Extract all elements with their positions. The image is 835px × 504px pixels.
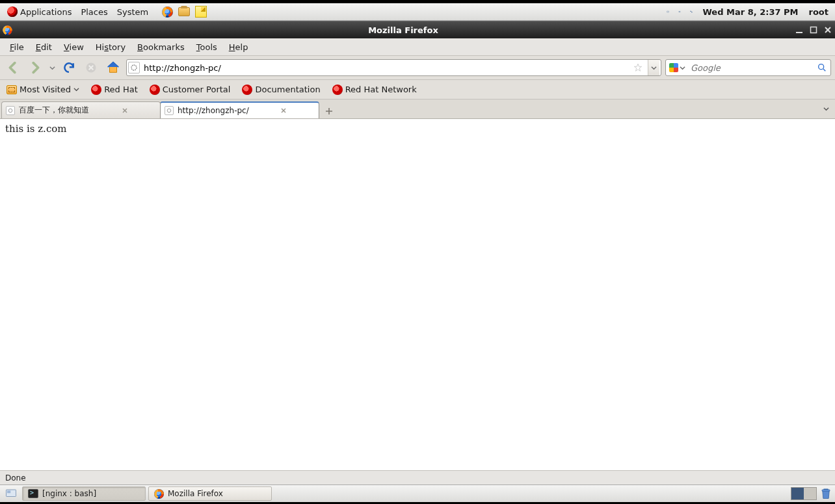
status-bar: Done bbox=[0, 470, 835, 484]
bookmark-documentation[interactable]: Documentation bbox=[239, 83, 323, 96]
most-visited-label: Most Visited bbox=[20, 85, 71, 94]
menu-view[interactable]: View bbox=[58, 40, 90, 54]
gnome-top-panel: Applications Places System Wed Mar 8, 2:… bbox=[0, 3, 835, 21]
bookmark-redhat[interactable]: Red Hat bbox=[88, 83, 140, 96]
task-nginx-bash[interactable]: [nginx : bash] bbox=[22, 486, 146, 501]
svg-rect-3 bbox=[796, 32, 802, 33]
task-label: [nginx : bash] bbox=[42, 489, 96, 498]
firefox-icon bbox=[154, 489, 164, 499]
terminal-icon bbox=[28, 489, 38, 498]
system-menu[interactable]: System bbox=[113, 3, 153, 20]
forward-button[interactable] bbox=[26, 59, 44, 77]
firefox-icon bbox=[162, 7, 173, 18]
google-icon bbox=[669, 62, 679, 73]
search-go-button[interactable] bbox=[815, 62, 829, 73]
tab-favicon bbox=[165, 106, 174, 115]
bookmark-rh-network[interactable]: Red Hat Network bbox=[330, 83, 419, 96]
network-tray-icon[interactable] bbox=[685, 3, 697, 20]
search-input[interactable] bbox=[689, 62, 812, 73]
notes-launcher[interactable] bbox=[192, 3, 209, 20]
tab-zhongzh[interactable]: http://zhongzh-pc/ bbox=[160, 101, 319, 118]
applications-label: Applications bbox=[20, 7, 72, 17]
page-content: this is z.com bbox=[0, 119, 835, 470]
tab-label: 百度一下，你就知道 bbox=[19, 105, 116, 116]
url-bar[interactable] bbox=[126, 59, 661, 76]
tab-baidu[interactable]: 百度一下，你就知道 bbox=[1, 101, 161, 118]
applications-menu[interactable]: Applications bbox=[3, 3, 76, 20]
site-favicon bbox=[128, 62, 140, 73]
panel-clock[interactable]: Wed Mar 8, 2:37 PM bbox=[697, 7, 803, 17]
menu-history[interactable]: History bbox=[90, 40, 131, 54]
tab-favicon bbox=[6, 106, 15, 115]
panel-user[interactable]: root bbox=[804, 7, 833, 17]
svg-point-9 bbox=[167, 109, 171, 113]
bookmarks-toolbar: Most Visited Red Hat Customer Portal Doc… bbox=[0, 80, 835, 99]
redhat-icon bbox=[91, 85, 101, 95]
svg-point-7 bbox=[819, 64, 824, 70]
bookmark-label: Customer Portal bbox=[163, 85, 231, 94]
menu-tools[interactable]: Tools bbox=[191, 40, 223, 54]
volume-tray-icon[interactable] bbox=[674, 3, 685, 20]
svg-rect-13 bbox=[822, 490, 830, 491]
window-close-button[interactable] bbox=[821, 23, 835, 36]
sticky-note-icon bbox=[195, 6, 207, 18]
nav-history-dropdown[interactable] bbox=[48, 59, 56, 77]
menu-help[interactable]: Help bbox=[223, 40, 254, 54]
trash-applet[interactable] bbox=[819, 487, 832, 500]
most-visited-button[interactable]: Most Visited bbox=[4, 83, 82, 96]
tab-close-icon[interactable] bbox=[279, 106, 288, 115]
most-visited-icon bbox=[7, 85, 17, 94]
update-tray-icon[interactable] bbox=[662, 3, 674, 20]
back-button[interactable] bbox=[4, 59, 22, 77]
redhat-logo-icon bbox=[7, 7, 18, 17]
page-body-text: this is z.com bbox=[5, 123, 67, 135]
url-input[interactable] bbox=[142, 63, 628, 73]
status-text: Done bbox=[5, 473, 26, 483]
window-firefox-icon bbox=[3, 25, 12, 35]
places-menu[interactable]: Places bbox=[76, 3, 112, 20]
system-label: System bbox=[117, 7, 148, 17]
firefox-launcher[interactable] bbox=[159, 3, 176, 20]
task-firefox[interactable]: Mozilla Firefox bbox=[148, 486, 272, 501]
new-tab-button[interactable] bbox=[321, 104, 337, 118]
bookmark-label: Documentation bbox=[255, 85, 320, 94]
search-engine-selector[interactable] bbox=[667, 62, 687, 73]
redhat-icon bbox=[150, 85, 160, 95]
bookmark-star-icon[interactable] bbox=[631, 63, 645, 72]
redhat-icon bbox=[242, 85, 252, 95]
menu-file[interactable]: File bbox=[4, 40, 30, 54]
package-icon bbox=[178, 7, 190, 16]
stop-button[interactable] bbox=[82, 59, 100, 77]
window-title: Mozilla Firefox bbox=[14, 25, 792, 35]
all-tabs-dropdown[interactable] bbox=[819, 102, 832, 115]
url-history-dropdown[interactable] bbox=[648, 60, 659, 75]
navigation-toolbar bbox=[0, 56, 835, 80]
show-desktop-button[interactable] bbox=[3, 488, 20, 499]
tab-strip: 百度一下，你就知道 http://zhongzh-pc/ bbox=[0, 99, 835, 119]
menu-edit[interactable]: Edit bbox=[30, 40, 58, 54]
svg-point-8 bbox=[8, 109, 12, 113]
window-maximize-button[interactable] bbox=[806, 23, 821, 36]
task-label: Mozilla Firefox bbox=[168, 489, 223, 498]
svg-rect-1 bbox=[691, 11, 692, 12]
screen: Applications Places System Wed Mar 8, 2:… bbox=[0, 0, 835, 504]
firefox-menubar: File Edit View History Bookmarks Tools H… bbox=[0, 38, 835, 56]
window-minimize-button[interactable] bbox=[792, 23, 806, 36]
window-titlebar: Mozilla Firefox bbox=[0, 21, 835, 38]
tab-label: http://zhongzh-pc/ bbox=[178, 106, 275, 115]
bookmark-customer-portal[interactable]: Customer Portal bbox=[147, 83, 233, 96]
places-label: Places bbox=[81, 7, 107, 17]
gnome-bottom-panel: [nginx : bash] Mozilla Firefox bbox=[0, 484, 835, 502]
redhat-icon bbox=[332, 85, 343, 95]
tab-close-icon[interactable] bbox=[120, 106, 129, 115]
svg-point-6 bbox=[131, 65, 137, 70]
bookmark-label: Red Hat Network bbox=[345, 85, 417, 94]
search-bar[interactable] bbox=[665, 59, 831, 76]
workspace-switcher[interactable] bbox=[791, 487, 817, 500]
home-button[interactable] bbox=[104, 59, 122, 77]
reload-button[interactable] bbox=[60, 59, 78, 77]
package-updater-launcher[interactable] bbox=[176, 3, 192, 20]
menu-bookmarks[interactable]: Bookmarks bbox=[131, 40, 191, 54]
svg-rect-11 bbox=[7, 491, 10, 494]
svg-rect-4 bbox=[811, 27, 817, 33]
